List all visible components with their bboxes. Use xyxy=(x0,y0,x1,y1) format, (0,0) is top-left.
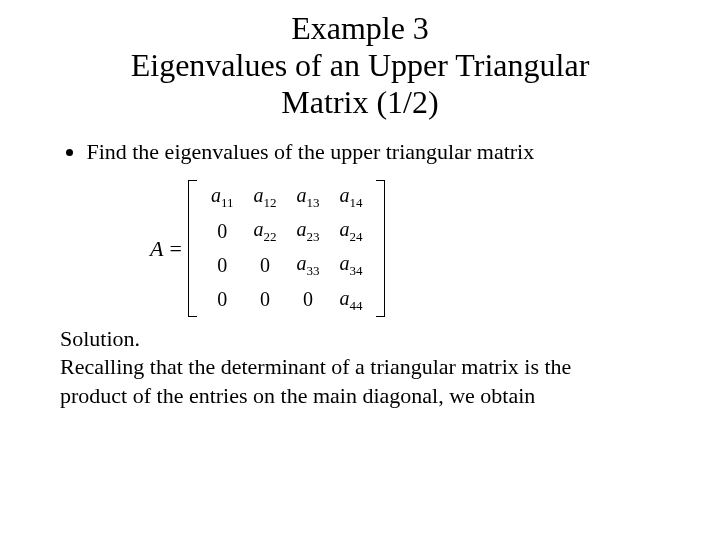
matrix-cell: a14 xyxy=(329,180,372,214)
matrix-cell: a13 xyxy=(286,180,329,214)
title-line-1: Example 3 xyxy=(291,10,429,46)
matrix-cell: a23 xyxy=(286,214,329,248)
matrix-cell: a24 xyxy=(329,214,372,248)
matrix-cell: a11 xyxy=(201,180,244,214)
bullet-item: Find the eigenvalues of the upper triang… xyxy=(86,138,660,166)
matrix-cell: a22 xyxy=(243,214,286,248)
matrix-cell: 0 xyxy=(243,248,286,282)
matrix-row: 000a44 xyxy=(201,283,373,317)
matrix-row: a11a12a13a14 xyxy=(201,180,373,214)
matrix-cell: 0 xyxy=(286,283,329,317)
slide-body: Find the eigenvalues of the upper triang… xyxy=(0,120,720,410)
matrix-cell: 0 xyxy=(243,283,286,317)
bullet-text: Find the eigenvalues of the upper triang… xyxy=(86,139,534,164)
left-bracket-icon xyxy=(188,180,197,317)
title-line-3: Matrix (1/2) xyxy=(281,84,438,120)
slide: Example 3 Eigenvalues of an Upper Triang… xyxy=(0,0,720,540)
matrix-cell: a34 xyxy=(329,248,372,282)
matrix-equation: A = a11a12a13a140a22a23a2400a33a34000a44 xyxy=(150,180,660,317)
matrix-cell: a44 xyxy=(329,283,372,317)
matrix-grid: a11a12a13a140a22a23a2400a33a34000a44 xyxy=(201,180,373,317)
solution-line-1: Recalling that the determinant of a tria… xyxy=(60,354,571,379)
matrix-cell: 0 xyxy=(201,283,244,317)
equals-sign: = xyxy=(169,235,181,263)
matrix-cell: a12 xyxy=(243,180,286,214)
title-line-2: Eigenvalues of an Upper Triangular xyxy=(131,47,590,83)
matrix-cell: 0 xyxy=(201,214,244,248)
matrix-row: 0a22a23a24 xyxy=(201,214,373,248)
matrix-cell: 0 xyxy=(201,248,244,282)
solution-heading: Solution. xyxy=(60,326,140,351)
matrix-cell: a33 xyxy=(286,248,329,282)
bullet-list: Find the eigenvalues of the upper triang… xyxy=(60,138,660,166)
solution-block: Solution. Recalling that the determinant… xyxy=(60,325,660,411)
matrix-row: 00a33a34 xyxy=(201,248,373,282)
solution-line-2: product of the entries on the main diago… xyxy=(60,383,535,408)
right-bracket-icon xyxy=(376,180,385,317)
matrix-lhs: A xyxy=(150,235,163,263)
slide-title: Example 3 Eigenvalues of an Upper Triang… xyxy=(0,0,720,120)
